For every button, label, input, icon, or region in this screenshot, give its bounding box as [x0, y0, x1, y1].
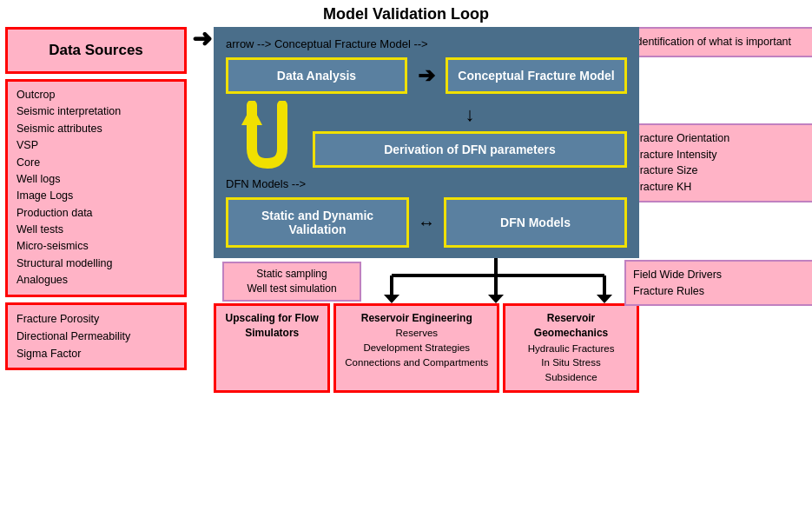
- static-dynamic-validation-box: Static and Dynamic Validation: [226, 197, 409, 248]
- bottom-row: Static and Dynamic Validation ↔ DFN Mode…: [226, 197, 627, 248]
- list-item: Field Wide Drivers: [633, 267, 809, 283]
- svg-marker-6: [384, 295, 399, 303]
- static-sampling-note: Static sampling Well test simulation: [222, 262, 361, 302]
- list-item: Structural modelling: [17, 256, 175, 272]
- blue-main-box: arrow --> Conceptual Fracture Model --> …: [214, 27, 639, 258]
- list-item: Fracture KH: [633, 179, 809, 196]
- list-item: VSP: [17, 137, 175, 154]
- left-column: Data Sources Outcrop Seismic interpretat…: [5, 27, 192, 370]
- right-column: Identification of what is important Frac…: [617, 27, 812, 306]
- top-row: Data Analysis ➔ Conceptual Fracture Mode…: [226, 57, 627, 94]
- list-item: Fracture Porosity: [17, 310, 175, 328]
- right-info-box-2: Fracture Orientation Fracture Intensity …: [624, 123, 812, 202]
- list-item: Seismic interpretation: [17, 103, 175, 120]
- list-item: Image Logs: [17, 188, 175, 204]
- list-item: Micro-seismics: [17, 238, 175, 255]
- reservoir-geo-title: Reservoir Geomechanics: [512, 311, 630, 342]
- right-info-box-1: Identification of what is important: [624, 27, 812, 57]
- dfn-down-arrows-svg: [353, 258, 639, 303]
- u-turn-arrow-svg: [226, 101, 304, 170]
- reservoir-eng-title: Reservoir Engineering: [343, 311, 490, 326]
- right-info-box-3: Field Wide Drivers Fracture Rules: [624, 260, 812, 307]
- list-item: Well tests: [17, 222, 175, 238]
- conceptual-fracture-model-box: Conceptual Fracture Model: [446, 57, 627, 94]
- list-item: Outcrop: [17, 87, 175, 103]
- reservoir-geomechanics-box: Reservoir Geomechanics Hydraulic Fractur…: [503, 303, 639, 393]
- connector-area: Static sampling Well test simulation: [214, 258, 639, 303]
- center-column: ➜ arrow --> Conceptual Fracture Model --…: [192, 27, 617, 393]
- data-analysis-box: Data Analysis: [226, 57, 407, 94]
- list-item: Core: [17, 155, 175, 171]
- svg-marker-2: [241, 105, 262, 125]
- cfm-to-dfn-arrow: ↓: [313, 103, 627, 126]
- list-item: Fracture Rules: [633, 283, 809, 300]
- svg-marker-8: [488, 295, 504, 303]
- data-sources-label: Data Sources: [49, 42, 143, 59]
- middle-row: ↓ Derivation of DFN parameters: [226, 101, 627, 170]
- output-row: Upscaling for Flow Simulators Reservoir …: [214, 303, 639, 393]
- list-item: Analogues: [17, 272, 175, 289]
- list-item: Production data: [17, 205, 175, 222]
- list-item: Directional Permeability: [17, 328, 175, 345]
- list-item: Fracture Size: [633, 163, 809, 179]
- data-list-box: Outcrop Seismic interpretation Seismic a…: [5, 79, 187, 297]
- data-sources-arrow: ➜: [192, 27, 212, 51]
- upscaling-box: Upscaling for Flow Simulators: [214, 303, 330, 393]
- list-item: Well logs: [17, 171, 175, 188]
- fracture-props-box: Fracture Porosity Directional Permeabili…: [5, 302, 187, 370]
- u-turn-arrow-area: [226, 101, 304, 170]
- svg-marker-10: [597, 295, 612, 303]
- data-sources-box: Data Sources: [5, 27, 187, 74]
- reservoir-geo-sub: Hydraulic Fractures In Situ Stress Subsi…: [512, 342, 630, 385]
- bottom-bidirectional-arrow: ↔: [418, 197, 435, 248]
- dfn-params-box: Derivation of DFN parameters: [313, 131, 627, 168]
- list-item: Fracture Intensity: [633, 147, 809, 163]
- top-right-arrow: ➔: [416, 57, 437, 94]
- list-item: Fracture Orientation: [633, 130, 809, 147]
- list-item: Sigma Factor: [17, 345, 175, 362]
- dfn-models-box: DFN Models: [444, 197, 627, 248]
- list-item: Seismic attributes: [17, 121, 175, 137]
- reservoir-engineering-box: Reservoir Engineering Reserves Developme…: [333, 303, 499, 393]
- reservoir-eng-sub: Reserves Development Strategies Connecti…: [343, 326, 490, 369]
- page-title: Model Validation Loop: [0, 0, 812, 27]
